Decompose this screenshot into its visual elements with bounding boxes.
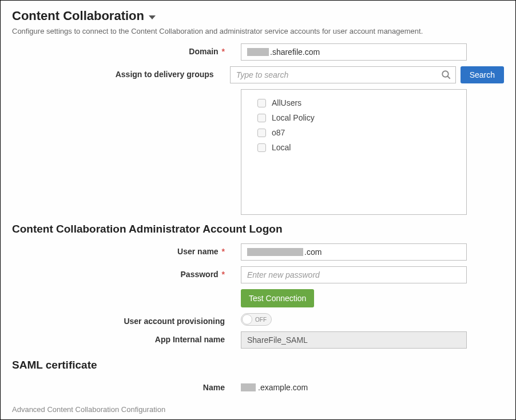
advanced-config-link[interactable]: Advanced Content Collaboration Configura… [12,405,165,414]
username-input[interactable]: .com [241,243,467,261]
delivery-groups-label: Assign to delivery groups [12,66,230,79]
required-asterisk: * [222,47,225,56]
password-input[interactable] [241,266,467,283]
username-suffix: .com [304,247,321,257]
username-label: User name [177,247,219,256]
delivery-group-item[interactable]: Local [257,140,450,155]
delivery-groups-search-input[interactable] [230,66,456,83]
username-label-wrap: User name * [12,243,241,256]
page-description: Configure settings to connect to the Con… [12,27,504,35]
password-label-wrap: Password * [12,266,241,279]
svg-line-1 [447,76,450,79]
page-title-dropdown[interactable]: Content Collaboration [12,9,504,23]
delivery-group-label: Local Policy [272,113,315,122]
domain-label-wrap: Domain * [12,43,241,56]
checkbox[interactable] [257,129,266,137]
redacted-block [241,383,256,391]
svg-point-0 [442,71,448,77]
saml-name-value: .example.com [241,379,308,392]
checkbox[interactable] [257,143,266,152]
domain-label: Domain [189,47,218,56]
domain-input[interactable]: .sharefile.com [241,43,467,61]
domain-suffix: .sharefile.com [270,47,320,57]
search-button[interactable]: Search [461,66,504,83]
delivery-group-item[interactable]: Local Policy [257,110,450,125]
redacted-block [247,248,303,256]
checkbox[interactable] [257,114,266,122]
toggle-state: OFF [255,317,267,323]
required-asterisk: * [222,247,225,256]
password-label: Password [181,270,219,279]
test-connection-button[interactable]: Test Connection [241,289,314,307]
app-internal-name-label: App Internal name [12,331,241,344]
delivery-group-item[interactable]: AllUsers [257,95,450,110]
provisioning-toggle[interactable]: OFF [241,313,272,326]
delivery-groups-list[interactable]: AllUsers Local Policy o87 Local [241,89,467,215]
saml-name-suffix: .example.com [258,383,308,392]
app-internal-name-input [241,331,467,349]
redacted-block [247,48,269,56]
delivery-group-label: o87 [272,128,285,137]
delivery-group-label: AllUsers [272,98,301,107]
admin-section-heading: Content Collaboration Administrator Acco… [12,223,504,235]
saml-name-label: Name [12,379,241,392]
toggle-knob [242,314,252,325]
delivery-group-item[interactable]: o87 [257,125,450,140]
delivery-group-label: Local [272,143,291,152]
saml-section-heading: SAML certificate [12,359,504,371]
page-title: Content Collaboration [12,9,144,23]
search-icon [441,70,451,80]
required-asterisk: * [222,270,225,279]
chevron-down-icon [149,15,156,19]
provisioning-label: User account provisioning [12,313,241,326]
checkbox[interactable] [257,99,266,107]
